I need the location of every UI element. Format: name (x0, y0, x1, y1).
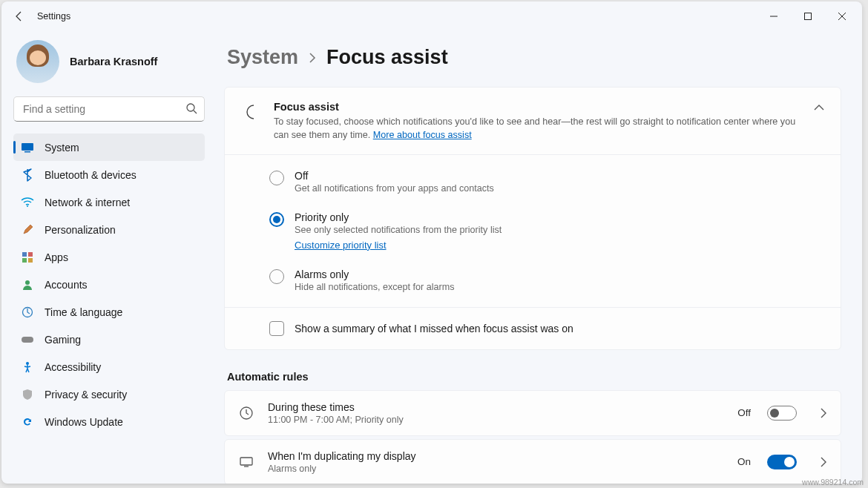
close-button[interactable] (825, 1, 859, 31)
update-icon (21, 415, 34, 429)
page-title: Focus assist (326, 46, 448, 69)
toggle-switch[interactable] (767, 455, 797, 469)
nav-label: Time & language (45, 306, 122, 318)
checkbox-icon[interactable] (269, 321, 284, 336)
moon-icon (241, 102, 260, 122)
rule-duplicating-display[interactable]: When I'm duplicating my displayAlarms on… (224, 439, 841, 484)
content-area: System Focus assist Focus assist To stay… (217, 31, 862, 484)
card-title: Focus assist (274, 101, 800, 113)
radio-icon[interactable] (269, 212, 284, 227)
svg-point-12 (26, 362, 29, 365)
svg-rect-7 (22, 258, 27, 263)
option-title: Priority only (295, 211, 502, 223)
rule-title: During these times (268, 401, 724, 413)
chevron-up-icon[interactable] (814, 104, 824, 111)
nav-label: System (45, 142, 79, 154)
nav-item-system[interactable]: System (13, 133, 205, 161)
sidebar: Barbara Krasnoff System Bluetooth & devi… (1, 31, 217, 484)
focus-assist-card: Focus assist To stay focused, choose whi… (224, 87, 841, 350)
clock-icon (238, 405, 254, 421)
nav-item-gaming[interactable]: Gaming (13, 326, 205, 353)
window-controls (757, 1, 859, 31)
chevron-right-icon (309, 53, 316, 63)
option-desc: See only selected notifications from the… (295, 225, 502, 235)
nav-item-personalization[interactable]: Personalization (13, 216, 205, 243)
option-title: Alarms only (295, 268, 455, 280)
search-icon (185, 102, 197, 114)
svg-rect-14 (240, 458, 252, 465)
window-title: Settings (34, 11, 70, 22)
user-block[interactable]: Barbara Krasnoff (16, 40, 205, 83)
option-desc: Hide all notifications, except for alarm… (295, 282, 455, 292)
apps-icon (21, 251, 34, 264)
radio-option-off[interactable]: OffGet all notifications from your apps … (269, 161, 824, 202)
radio-option-alarms[interactable]: Alarms onlyHide all notifications, excep… (269, 260, 824, 301)
nav-item-bluetooth[interactable]: Bluetooth & devices (13, 161, 205, 188)
maximize-button[interactable] (791, 1, 825, 31)
more-about-link[interactable]: More about focus assist (373, 130, 472, 140)
minimize-icon (769, 12, 778, 21)
nav-label: Accessibility (45, 361, 101, 373)
radio-icon[interactable] (269, 171, 284, 185)
body: Barbara Krasnoff System Bluetooth & devi… (1, 31, 862, 484)
nav-label: Privacy & security (45, 389, 127, 400)
nav-item-network[interactable]: Network & internet (13, 188, 205, 216)
toggle-switch[interactable] (767, 406, 797, 421)
nav-label: Bluetooth & devices (45, 169, 137, 181)
brush-icon (21, 223, 34, 237)
breadcrumb-parent[interactable]: System (227, 46, 298, 69)
radio-option-priority[interactable]: Priority onlySee only selected notificat… (269, 202, 824, 260)
chevron-right-icon[interactable] (821, 457, 827, 467)
search-input[interactable] (13, 96, 205, 122)
wifi-icon (21, 196, 34, 209)
svg-point-9 (25, 280, 30, 285)
chevron-right-icon[interactable] (821, 408, 827, 418)
settings-window: Settings Barbara Krasnoff System Bluetoo… (1, 1, 862, 484)
system-icon (21, 141, 34, 154)
nav-label: Windows Update (45, 416, 123, 428)
avatar (16, 40, 59, 83)
option-title: Off (295, 170, 494, 182)
nav-item-accessibility[interactable]: Accessibility (13, 353, 205, 380)
card-description: To stay focused, choose which notificati… (274, 115, 800, 142)
globe-clock-icon (21, 306, 34, 319)
nav-item-windows-update[interactable]: Windows Update (13, 408, 205, 435)
rule-during-times[interactable]: During these times11:00 PM - 7:00 AM; Pr… (224, 390, 841, 436)
svg-rect-2 (22, 143, 33, 151)
watermark: www.989214.com (802, 478, 864, 487)
card-header[interactable]: Focus assist To stay focused, choose whi… (225, 88, 841, 154)
back-button[interactable] (4, 1, 34, 31)
customize-priority-link[interactable]: Customize priority list (295, 240, 387, 251)
rule-desc: 11:00 PM - 7:00 AM; Priority only (268, 415, 724, 425)
svg-rect-11 (22, 337, 33, 343)
person-icon (21, 278, 34, 291)
nav-label: Accounts (45, 279, 88, 291)
shield-icon (21, 388, 34, 401)
nav-list: System Bluetooth & devices Network & int… (13, 133, 205, 435)
maximize-icon (803, 12, 812, 21)
nav-label: Gaming (45, 334, 81, 346)
close-icon (838, 12, 846, 21)
svg-rect-8 (28, 258, 33, 263)
summary-checkbox-row[interactable]: Show a summary of what I missed when foc… (225, 307, 841, 349)
radio-icon[interactable] (269, 269, 284, 284)
nav-item-apps[interactable]: Apps (13, 243, 205, 271)
rule-desc: Alarms only (268, 464, 724, 474)
svg-point-1 (187, 104, 194, 111)
accessibility-icon (21, 360, 34, 374)
search-box (13, 96, 205, 122)
card-body: OffGet all notifications from your apps … (225, 154, 841, 307)
breadcrumb: System Focus assist (227, 46, 841, 69)
nav-item-time-language[interactable]: Time & language (13, 298, 205, 326)
minimize-button[interactable] (757, 1, 791, 31)
checkbox-label: Show a summary of what I missed when foc… (295, 323, 573, 334)
nav-item-privacy[interactable]: Privacy & security (13, 380, 205, 408)
toggle-state: Off (737, 407, 751, 418)
option-desc: Get all notifications from your apps and… (295, 183, 494, 194)
nav-label: Personalization (45, 224, 116, 236)
gamepad-icon (21, 333, 34, 346)
svg-rect-3 (24, 151, 30, 153)
svg-rect-6 (28, 252, 33, 257)
titlebar: Settings (1, 1, 862, 31)
nav-item-accounts[interactable]: Accounts (13, 271, 205, 298)
